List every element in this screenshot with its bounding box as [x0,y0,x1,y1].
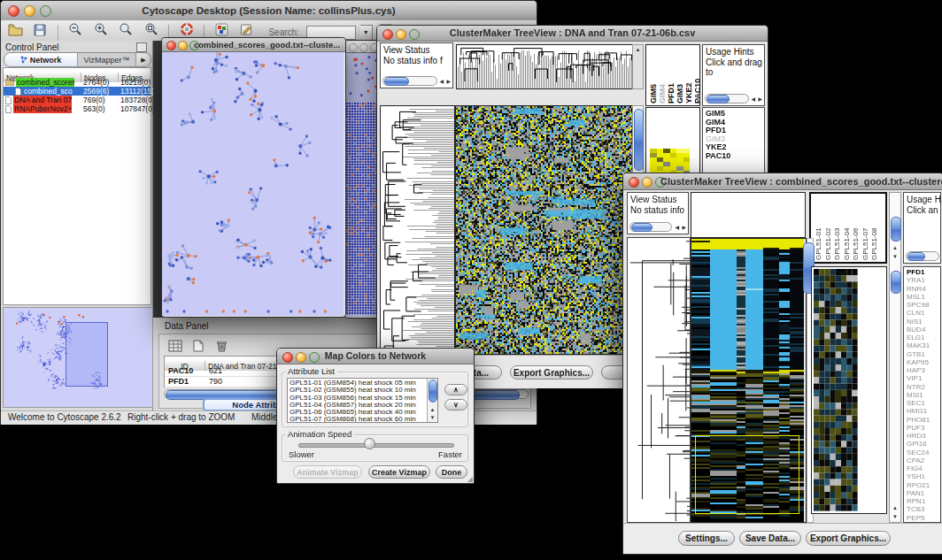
scroll-left-icon[interactable]: ◀ [751,96,755,103]
zoom-fit-icon[interactable] [141,20,162,38]
vizmapper-icon[interactable] [212,21,233,39]
export-graphics-button[interactable]: Export Graphics... [806,531,891,546]
float-panel-icon[interactable] [136,42,147,52]
speed-slider-thumb[interactable] [364,438,375,449]
scroll-down-icon[interactable]: ▼ [428,414,437,421]
gene-label[interactable]: HRD3 [907,432,930,440]
tv2-scroll-strip[interactable]: ▲ ▼ ▲ ▼ [889,192,901,523]
done-button[interactable]: Done [436,465,467,479]
tv2-gene-list[interactable]: PFD1YRA1RNR4MSL1SPC98CLN1NIS1BUD4ELG1MAK… [903,266,941,523]
scroll-right-icon[interactable]: ▶ [758,96,762,103]
birdseye-view[interactable] [3,307,153,408]
gene-label[interactable]: KAP95 [907,358,930,366]
gene-label[interactable]: PHO81 [907,416,930,424]
scroll-up-icon[interactable]: ▲ [428,406,437,413]
scroll-right-icon[interactable]: ▶ [682,224,686,231]
network-tree-row[interactable]: combined_scores2764(0)16218(0) [4,78,151,87]
gene-label[interactable]: HMG1 [907,407,930,415]
tv2-heatmap[interactable] [691,238,807,523]
network-tree-row[interactable]: combined_sco2569(6)13112(15) [4,87,151,96]
gene-label[interactable]: PFD1 [907,268,930,276]
close-button[interactable] [349,43,358,52]
settings-button[interactable]: Settings... [678,531,735,546]
gene-label[interactable]: GTB1 [907,350,930,358]
attribute-list-item[interactable]: GPL51-04 (GSM857) heat shock 20 min [290,402,437,409]
table-mode-icon[interactable] [165,337,186,355]
tv2-zoom-heatmap[interactable] [811,266,887,514]
gene-label[interactable]: BUD4 [907,326,930,334]
save-data-button[interactable]: Save Data... [739,531,801,546]
open-file-icon[interactable] [4,21,26,39]
scroll-up-icon[interactable]: ▲ [633,46,643,53]
treeview2-titlebar[interactable]: ClusterMaker TreeView : combined_scores_… [623,173,942,190]
network-tree-row[interactable]: DNA and Tran 07769(0)183728(0) [4,96,151,104]
speed-slider-track[interactable] [298,443,454,448]
zoom-in-icon[interactable] [90,20,112,38]
scroll-down-icon[interactable]: ▼ [890,513,900,520]
tab-vizmapper[interactable]: VizMapper™ [78,53,135,66]
gene-label[interactable]: SEC1 [907,399,930,407]
delete-attribute-icon[interactable] [211,337,232,355]
tv1-usage-hscrollbar[interactable] [705,94,747,104]
gene-label[interactable]: FIG4 [907,464,930,472]
gene-label[interactable]: HAP3 [907,366,930,374]
gene-label[interactable]: YRA1 [907,276,930,284]
gene-label[interactable]: PUF3 [907,424,930,432]
network-tree-row[interactable]: RNAPuberNov2+|563(0)107847(0) [4,104,151,113]
gene-label[interactable]: MSL1 [907,293,930,301]
zoom-selected-icon[interactable] [115,20,136,38]
scroll-down-icon[interactable]: ▼ [890,253,900,260]
scroll-right-icon[interactable]: ▶ [446,78,451,85]
search-dropdown-button[interactable]: ▼ [360,25,373,41]
tv2-status-hscrollbar[interactable] [629,222,670,232]
gene-label[interactable]: RPO21 [907,481,930,489]
gene-label[interactable]: YSH1 [907,472,930,480]
tv1-correlation-matrix[interactable] [650,149,690,175]
gene-label[interactable]: NIS1 [907,318,930,326]
dialog-titlebar[interactable]: Map Colors to Network [277,349,474,364]
move-down-button[interactable]: ∨ [444,399,467,410]
gene-label[interactable]: PAN1 [907,489,930,497]
gene-label[interactable]: SEC24 [907,449,930,456]
help-icon[interactable] [176,20,197,38]
gene-label[interactable]: VIP1 [907,374,930,382]
gene-label[interactable]: PEP5 [907,514,930,522]
export-graphics-button[interactable]: Export Graphics... [510,365,593,380]
network1-titlebar[interactable]: combined_scores_good.txt--cluste... [162,38,345,52]
resize-grip[interactable]: ◢ [467,475,473,483]
minimize-button[interactable] [359,43,368,52]
gene-label[interactable]: TCB3 [907,505,930,513]
treeview1-titlebar[interactable]: ClusterMaker TreeView : DNA and Tran 07-… [377,26,768,42]
new-attribute-icon[interactable] [188,337,209,355]
tv2-column-dendrogram-area[interactable] [691,192,806,238]
save-icon[interactable] [29,21,50,39]
gene-label[interactable]: MSI1 [907,391,930,399]
attribute-list-item[interactable]: GPL51-07 (GSM868) heat shock 60 min [290,416,437,423]
zoom-out-icon[interactable] [65,20,86,38]
tv1-row-dendrogram[interactable] [380,105,455,355]
tv1-column-dendrogram[interactable] [456,44,633,89]
tv2-row-dendrogram[interactable] [627,237,691,523]
tv1-status-hscrollbar[interactable] [382,76,436,86]
gene-label[interactable]: ELG1 [907,334,930,341]
attribute-list-item[interactable]: GPL51-06 (GSM865) heat shock 40 min [290,409,437,416]
gene-label[interactable]: NTR2 [907,383,930,391]
scroll-up-icon[interactable]: ▲ [890,244,900,251]
gene-label[interactable]: CLN1 [907,309,930,317]
gene-label[interactable]: GPI16 [907,440,930,448]
gene-label[interactable]: RNR4 [907,285,930,293]
gene-label[interactable]: SPC98 [907,301,930,309]
tab-network[interactable]: Network [4,53,78,66]
gene-label[interactable]: MAK31 [907,341,930,349]
move-up-button[interactable]: ∧ [444,384,467,395]
tab-overflow-button[interactable]: ▶ [135,53,151,66]
main-titlebar[interactable]: Cytoscape Desktop (Session Name: collins… [1,1,537,21]
tv1-heatmap[interactable] [455,105,633,355]
tv2-usage-hscrollbar[interactable] [906,251,938,261]
attribute-listbox[interactable]: GPL51-01 (GSM854) heat shock 05 minGPL51… [287,378,438,423]
gene-label[interactable]: RPN1 [907,497,930,505]
tv1-row-label[interactable]: PAC10 [706,152,730,161]
attribute-list-item[interactable]: GPL51-03 (GSM856) heat shock 15 min [290,395,437,402]
annotation-icon[interactable] [236,21,258,39]
scroll-left-icon[interactable]: ◀ [439,78,444,85]
